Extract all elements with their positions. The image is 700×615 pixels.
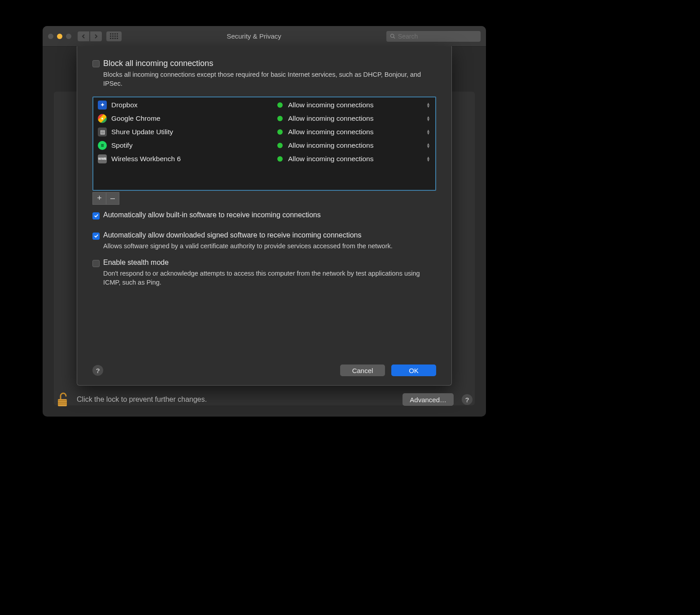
up-down-icon[interactable]: ▲▼: [426, 143, 431, 148]
auto-builtin-label: Automatically allow built-in software to…: [103, 211, 321, 219]
lock-message: Click the lock to prevent further change…: [77, 395, 394, 404]
search-field[interactable]: [386, 31, 481, 42]
minimize-dot[interactable]: [57, 34, 62, 39]
remove-app-button[interactable]: –: [106, 192, 119, 205]
up-down-icon[interactable]: ▲▼: [426, 156, 431, 162]
status-dot-icon: [277, 129, 283, 135]
status-dot-icon: [277, 116, 283, 121]
auto-signed-label: Automatically allow downloaded signed so…: [103, 231, 361, 239]
app-status[interactable]: Allow incoming connections: [288, 114, 426, 123]
app-name: Spotify: [111, 141, 277, 149]
search-input[interactable]: [398, 33, 477, 40]
shure-icon: ▤: [98, 127, 107, 136]
show-all-button[interactable]: [106, 31, 122, 41]
footer-bar: Click the lock to prevent further change…: [56, 391, 472, 408]
forward-button[interactable]: [90, 31, 102, 41]
check-icon: [94, 213, 99, 218]
app-row[interactable]: WWB Wireless Workbench 6 Allow incoming …: [93, 152, 435, 166]
stealth-option: Enable stealth mode: [92, 259, 436, 267]
auto-builtin-checkbox[interactable]: [92, 212, 100, 220]
stealth-checkbox[interactable]: [92, 260, 100, 267]
preferences-window: Security & Privacy Block all incoming co…: [43, 26, 486, 417]
auto-signed-checkbox[interactable]: [92, 233, 100, 240]
app-list[interactable]: ✦ Dropbox Allow incoming connections ▲▼ …: [92, 97, 436, 191]
block-all-description: Blocks all incoming connections except t…: [103, 70, 436, 88]
firewall-options-sheet: Block all incoming connections Blocks al…: [77, 46, 452, 386]
status-dot-icon: [277, 143, 283, 148]
app-status[interactable]: Allow incoming connections: [288, 155, 426, 163]
block-all-option: Block all incoming connections: [92, 59, 436, 68]
stealth-label: Enable stealth mode: [103, 259, 169, 267]
window-controls: [48, 34, 71, 39]
app-status[interactable]: Allow incoming connections: [288, 101, 426, 109]
svg-rect-3: [58, 400, 67, 401]
app-name: Google Chrome: [111, 114, 277, 123]
up-down-icon[interactable]: ▲▼: [426, 102, 431, 108]
block-all-checkbox[interactable]: [92, 60, 100, 67]
chrome-icon: ●: [98, 114, 107, 123]
dropbox-icon: ✦: [98, 101, 107, 110]
app-name: Wireless Workbench 6: [111, 155, 277, 163]
chevron-right-icon: [94, 34, 98, 39]
sheet-button-row: ? Cancel OK: [92, 365, 436, 376]
lock-icon[interactable]: [56, 391, 69, 408]
ok-button[interactable]: OK: [391, 365, 436, 376]
footer-help-button[interactable]: ?: [462, 394, 472, 405]
cancel-button[interactable]: Cancel: [340, 365, 385, 376]
add-remove-controls: + –: [92, 192, 436, 205]
back-button[interactable]: [78, 31, 89, 41]
check-icon: [94, 233, 99, 238]
app-row[interactable]: ▤ Shure Update Utility Allow incoming co…: [93, 125, 435, 139]
add-app-button[interactable]: +: [92, 192, 106, 205]
content-area: Block all incoming connections Blocks al…: [43, 47, 486, 417]
titlebar: Security & Privacy: [43, 26, 486, 47]
search-icon: [390, 33, 395, 39]
app-name: Dropbox: [111, 101, 277, 109]
stealth-description: Don't respond to or acknowledge attempts…: [103, 269, 436, 287]
window-title: Security & Privacy: [122, 32, 386, 40]
app-status[interactable]: Allow incoming connections: [288, 128, 426, 136]
chevron-left-icon: [81, 34, 86, 39]
up-down-icon[interactable]: ▲▼: [426, 129, 431, 135]
wwb-icon: WWB: [98, 154, 107, 163]
close-dot[interactable]: [48, 34, 53, 39]
block-all-label: Block all incoming connections: [103, 59, 213, 68]
svg-line-1: [394, 37, 395, 39]
auto-signed-description: Allows software signed by a valid certif…: [103, 242, 436, 250]
app-name: Shure Update Utility: [111, 128, 277, 136]
app-row[interactable]: ✦ Dropbox Allow incoming connections ▲▼: [93, 98, 435, 112]
help-button[interactable]: ?: [92, 365, 103, 376]
zoom-dot[interactable]: [66, 34, 71, 39]
spotify-icon: ≡: [98, 141, 107, 150]
status-dot-icon: [277, 156, 283, 162]
svg-point-0: [390, 34, 394, 37]
auto-builtin-option: Automatically allow built-in software to…: [92, 211, 436, 220]
app-status[interactable]: Allow incoming connections: [288, 141, 426, 149]
advanced-button[interactable]: Advanced…: [402, 393, 454, 406]
grid-icon: [110, 33, 118, 39]
up-down-icon[interactable]: ▲▼: [426, 116, 431, 121]
app-row[interactable]: ≡ Spotify Allow incoming connections ▲▼: [93, 139, 435, 152]
svg-rect-4: [58, 402, 67, 403]
app-row[interactable]: ● Google Chrome Allow incoming connectio…: [93, 112, 435, 125]
auto-signed-option: Automatically allow downloaded signed so…: [92, 231, 436, 240]
status-dot-icon: [277, 102, 283, 108]
svg-rect-5: [58, 404, 67, 404]
